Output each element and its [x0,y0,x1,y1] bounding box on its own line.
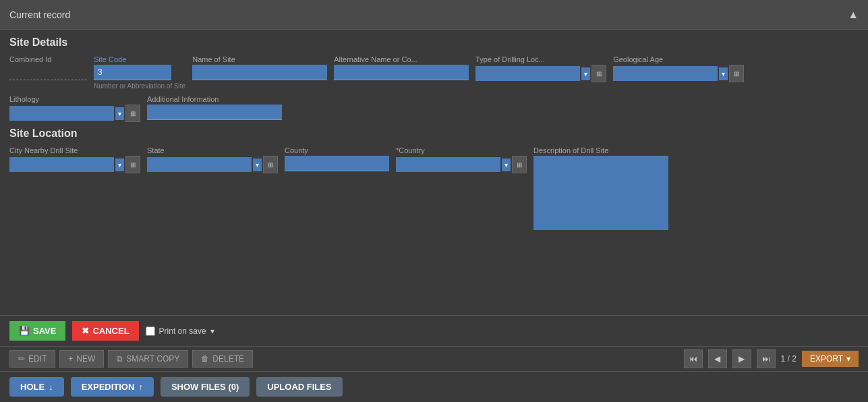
geological-age-grid-icon[interactable]: ⊞ [729,65,744,82]
save-icon: 💾 [19,326,30,336]
city-label: City Nearby Drill Site [9,146,140,154]
city-group: City Nearby Drill Site ▾ ⊞ [9,146,140,173]
main-container: Current record ▲ Site Details Combined I… [0,0,868,402]
hole-button[interactable]: HOLE ↓ [9,377,64,397]
description-group: Description of Drill Site [533,146,668,230]
alt-name-label: Alternative Name or Co... [334,55,469,63]
collapse-icon[interactable]: ▲ [848,9,859,21]
state-grid-icon[interactable]: ⊞ [263,156,278,173]
lithology-select[interactable] [9,106,114,121]
header-bar: Current record ▲ [0,0,868,30]
new-icon: + [68,354,73,364]
expedition-up-icon: ↑ [138,382,143,392]
header-title: Current record [9,9,70,20]
page-indicator: 1 / 2 [781,354,797,364]
country-arrow[interactable]: ▾ [502,159,511,171]
geological-age-arrow[interactable]: ▾ [719,67,728,80]
last-page-button[interactable]: ⏭ [757,349,776,368]
combined-id-label: Combined Id [9,55,87,63]
site-location-row1: City Nearby Drill Site ▾ ⊞ State [9,146,859,230]
site-details-row1: Combined Id Site Code Number or Abbrevia… [9,55,859,90]
smart-copy-button[interactable]: ⧉ SMART COPY [108,350,188,368]
print-wrap: Print on save ▾ [146,326,214,336]
state-arrow[interactable]: ▾ [253,159,262,171]
new-label: NEW [76,354,95,364]
site-details-title: Site Details [9,36,859,49]
type-drilling-grid-icon[interactable]: ⊞ [591,65,606,82]
country-group: *Country ▾ ⊞ [396,146,527,173]
city-select[interactable] [9,157,114,172]
county-group: County [285,146,389,171]
prev-page-button[interactable]: ◀ [708,349,727,368]
cancel-icon: ✖ [82,326,89,336]
name-of-site-group: Name of Site [192,55,327,80]
state-wrap: ▾ ⊞ [147,156,278,173]
lithology-grid-icon[interactable]: ⊞ [125,105,140,122]
site-location-section: Site Location City Nearby Drill Site ▾ ⊞ [9,127,859,230]
print-dropdown-arrow[interactable]: ▾ [210,326,214,336]
edit-icon: ✏ [18,354,25,364]
site-code-sublabel: Number or Abbreviation of Site [94,82,185,90]
content-area: Site Details Combined Id Site Code Numbe… [0,30,868,315]
new-button[interactable]: + NEW [59,350,104,368]
geological-age-wrap: ▾ ⊞ [613,65,744,82]
city-grid-icon[interactable]: ⊞ [125,156,140,173]
smart-copy-icon: ⧉ [117,354,123,364]
export-label: EXPORT [810,354,843,364]
description-label: Description of Drill Site [533,146,668,154]
site-location-title: Site Location [9,127,859,140]
toolbar-bar: ✏ EDIT + NEW ⧉ SMART COPY 🗑 DELETE ⏮ ◀ ▶… [0,346,868,371]
type-drilling-select[interactable] [475,66,580,81]
show-files-button[interactable]: SHOW FILES (0) [161,377,250,397]
type-drilling-label: Type of Drilling Loc... [475,55,606,63]
bottom-bar: HOLE ↓ EXPEDITION ↑ SHOW FILES (0) UPLOA… [0,371,868,402]
toolbar-right: ⏮ ◀ ▶ ⏭ 1 / 2 EXPORT ▾ [684,349,859,368]
country-select[interactable] [396,157,500,172]
export-button[interactable]: EXPORT ▾ [802,351,859,367]
edit-label: EDIT [28,354,47,364]
name-of-site-label: Name of Site [192,55,327,63]
site-details-section: Site Details Combined Id Site Code Numbe… [9,36,859,122]
expedition-label: EXPEDITION [82,382,135,392]
country-wrap: ▾ ⊞ [396,156,527,173]
site-code-group: Site Code Number or Abbreviation of Site [94,55,185,90]
hole-down-icon: ↓ [49,382,53,392]
first-page-button[interactable]: ⏮ [684,349,703,368]
name-of-site-input[interactable] [192,65,327,80]
cancel-label: CANCEL [92,326,129,336]
cancel-button[interactable]: ✖ CANCEL [72,321,138,341]
geological-age-select[interactable] [613,66,718,81]
city-arrow[interactable]: ▾ [115,159,124,171]
state-group: State ▾ ⊞ [147,146,278,173]
expedition-button[interactable]: EXPEDITION ↑ [71,377,154,397]
additional-info-input[interactable] [147,105,282,120]
site-details-row2: Lithology ▾ ⊞ Additional Information [9,95,859,122]
city-wrap: ▾ ⊞ [9,156,140,173]
hole-label: HOLE [20,382,45,392]
action-bar: 💾 SAVE ✖ CANCEL Print on save ▾ [0,315,868,346]
delete-button[interactable]: 🗑 DELETE [192,350,253,368]
smart-copy-label: SMART COPY [126,354,179,364]
toolbar-left: ✏ EDIT + NEW ⧉ SMART COPY 🗑 DELETE [9,350,253,368]
country-grid-icon[interactable]: ⊞ [512,156,527,173]
upload-files-label: UPLOAD FILES [267,382,331,392]
county-input[interactable] [285,156,389,171]
combined-id-input[interactable] [9,65,87,80]
state-select[interactable] [147,157,252,172]
next-page-button[interactable]: ▶ [732,349,751,368]
lithology-arrow[interactable]: ▾ [115,107,124,120]
additional-info-label: Additional Information [147,95,282,103]
description-textarea[interactable] [533,156,668,230]
type-drilling-arrow[interactable]: ▾ [581,67,590,80]
upload-files-button[interactable]: UPLOAD FILES [256,377,342,397]
lithology-group: Lithology ▾ ⊞ [9,95,140,122]
save-button[interactable]: 💾 SAVE [9,321,65,341]
combined-id-group: Combined Id [9,55,87,80]
print-on-save-checkbox[interactable] [146,326,155,336]
type-drilling-group: Type of Drilling Loc... ▾ ⊞ [475,55,606,82]
site-code-input[interactable] [94,65,171,80]
lithology-wrap: ▾ ⊞ [9,105,140,122]
edit-button[interactable]: ✏ EDIT [9,350,55,368]
country-label: *Country [396,146,527,154]
alt-name-input[interactable] [334,65,469,80]
